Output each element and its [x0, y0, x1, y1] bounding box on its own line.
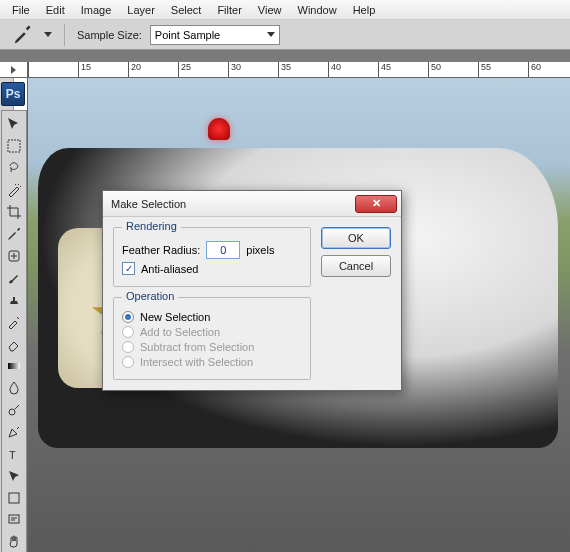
ruler-tick: 25 — [178, 62, 228, 77]
option-label: Add to Selection — [140, 326, 220, 338]
ruler-tick: 15 — [78, 62, 128, 77]
ruler-tick: 45 — [378, 62, 428, 77]
menu-window[interactable]: Window — [290, 2, 345, 18]
ruler-tick: 40 — [328, 62, 378, 77]
ok-button[interactable]: OK — [321, 227, 391, 249]
svg-rect-5 — [9, 493, 19, 503]
shape-tool[interactable] — [3, 488, 25, 508]
pen-tool[interactable] — [3, 422, 25, 442]
lasso-tool[interactable] — [3, 158, 25, 178]
gradient-tool[interactable] — [3, 356, 25, 376]
menu-image[interactable]: Image — [73, 2, 120, 18]
radio-add-to-selection — [122, 326, 134, 338]
blur-tool[interactable] — [3, 378, 25, 398]
svg-text:T: T — [9, 449, 16, 461]
type-tool[interactable]: T — [3, 444, 25, 464]
healing-brush-tool[interactable] — [3, 246, 25, 266]
tool-preset-dropdown-icon[interactable] — [44, 32, 52, 37]
menu-view[interactable]: View — [250, 2, 290, 18]
anti-aliased-label: Anti-aliased — [141, 263, 198, 275]
rendering-group: Rendering Feather Radius: pixels ✓ Anti-… — [113, 227, 311, 287]
dialog-title: Make Selection — [111, 198, 186, 210]
menu-edit[interactable]: Edit — [38, 2, 73, 18]
ruler-origin[interactable] — [0, 62, 28, 78]
photoshop-logo-icon: Ps — [1, 82, 25, 106]
ruler-tick: 35 — [278, 62, 328, 77]
option-label: Intersect with Selection — [140, 356, 253, 368]
ruler-tick: 60 — [528, 62, 570, 77]
chevron-down-icon — [267, 32, 275, 37]
option-label: New Selection — [140, 311, 210, 323]
menu-bar: File Edit Image Layer Select Filter View… — [0, 0, 570, 20]
tools-palette: T — [1, 110, 27, 552]
rendering-legend: Rendering — [122, 220, 181, 232]
menu-file[interactable]: File — [4, 2, 38, 18]
svg-rect-0 — [8, 140, 20, 152]
ruler-tick: 20 — [128, 62, 178, 77]
sample-size-label: Sample Size: — [77, 29, 142, 41]
history-brush-tool[interactable] — [3, 312, 25, 332]
menu-layer[interactable]: Layer — [119, 2, 163, 18]
dialog-titlebar[interactable]: Make Selection ✕ — [103, 191, 401, 217]
svg-point-3 — [9, 409, 15, 415]
make-selection-dialog: Make Selection ✕ Rendering Feather Radiu… — [102, 190, 402, 391]
wand-tool[interactable] — [3, 180, 25, 200]
separator — [64, 24, 65, 46]
feather-radius-units: pixels — [246, 244, 274, 256]
menu-select[interactable]: Select — [163, 2, 210, 18]
marquee-tool[interactable] — [3, 136, 25, 156]
hand-tool[interactable] — [3, 532, 25, 552]
radio-new-selection[interactable] — [122, 311, 134, 323]
sample-size-dropdown[interactable]: Point Sample — [150, 25, 280, 45]
feather-radius-input[interactable] — [206, 241, 240, 259]
svg-rect-6 — [9, 515, 19, 523]
option-label: Subtract from Selection — [140, 341, 254, 353]
anti-aliased-checkbox[interactable]: ✓ — [122, 262, 135, 275]
eyedropper-tool[interactable] — [3, 224, 25, 244]
ruler-tick — [28, 62, 78, 77]
ruler-tick: 30 — [228, 62, 278, 77]
close-button[interactable]: ✕ — [355, 195, 397, 213]
dodge-tool[interactable] — [3, 400, 25, 420]
eyedropper-icon[interactable] — [12, 24, 34, 46]
menu-help[interactable]: Help — [345, 2, 384, 18]
cancel-button[interactable]: Cancel — [321, 255, 391, 277]
operation-group: Operation New Selection Add to Selection… — [113, 297, 311, 380]
move-tool[interactable] — [3, 114, 25, 134]
brush-tool[interactable] — [3, 268, 25, 288]
feather-radius-label: Feather Radius: — [122, 244, 200, 256]
ruler-tick: 55 — [478, 62, 528, 77]
arrow-icon — [11, 66, 16, 74]
document-tab-strip — [0, 50, 570, 62]
photo-detail — [208, 118, 230, 140]
horizontal-ruler: 15 20 25 30 35 40 45 50 55 60 65 — [28, 62, 570, 78]
sample-size-value: Point Sample — [155, 29, 220, 41]
close-icon: ✕ — [372, 197, 381, 210]
ruler-tick: 50 — [428, 62, 478, 77]
notes-tool[interactable] — [3, 510, 25, 530]
operation-legend: Operation — [122, 290, 178, 302]
menu-filter[interactable]: Filter — [209, 2, 249, 18]
path-selection-tool[interactable] — [3, 466, 25, 486]
crop-tool[interactable] — [3, 202, 25, 222]
clone-stamp-tool[interactable] — [3, 290, 25, 310]
eraser-tool[interactable] — [3, 334, 25, 354]
options-bar: Sample Size: Point Sample — [0, 20, 570, 50]
radio-intersect-with-selection — [122, 356, 134, 368]
radio-subtract-from-selection — [122, 341, 134, 353]
svg-rect-2 — [8, 363, 20, 369]
